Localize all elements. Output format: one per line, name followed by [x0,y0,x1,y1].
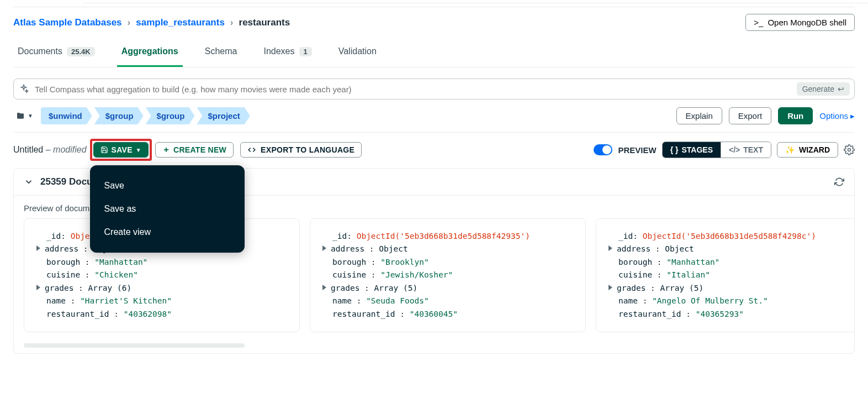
tab-validation[interactable]: Validation [334,39,381,67]
pipeline-title: Untitled – modified [13,145,87,155]
code-icon: </> [729,145,740,154]
expand-icon[interactable] [36,245,40,251]
seg-text[interactable]: </> TEXT [721,142,771,158]
saved-pipelines-dropdown[interactable]: ▼ [13,109,35,123]
menu-item-save[interactable]: Save [90,174,245,197]
gear-icon[interactable] [844,144,855,155]
document-card: _id: ObjectId('5eb3d668b31de5d588f42935'… [310,218,586,332]
tab-indexes[interactable]: Indexes 1 [259,39,316,67]
expand-icon[interactable] [322,285,326,290]
wizard-button[interactable]: ✨ WIZARD [777,142,838,158]
preview-toggle[interactable] [594,144,612,155]
tab-schema[interactable]: Schema [200,39,242,67]
options-link[interactable]: Options ▸ [819,111,855,121]
expand-icon[interactable] [36,285,40,290]
tab-documents[interactable]: Documents 25.4K [13,39,99,67]
menu-item-save-as[interactable]: Save as [90,197,245,221]
stage-unwind[interactable]: $unwind [41,107,92,124]
nl-query-input[interactable] [35,85,791,94]
chevron-right-icon: › [230,17,234,28]
export-button[interactable]: Export [729,107,771,124]
documents-count-badge: 25.4K [67,47,95,56]
run-button[interactable]: Run [778,107,813,124]
expand-icon[interactable] [608,245,612,251]
seg-stages[interactable]: { } STAGES [663,142,721,158]
save-icon [100,146,108,154]
chevron-right-icon: › [128,17,131,28]
document-card: _id: ObjectId('5eb3d668b31de5d588f4298c'… [596,218,854,332]
explain-button[interactable]: Explain [676,107,722,124]
sparkle-icon [18,83,29,95]
stage-group[interactable]: $group [94,107,144,124]
plus-icon [162,146,170,154]
breadcrumb: Atlas Sample Databases › sample_restaura… [13,17,290,28]
svg-point-2 [848,149,851,151]
tab-aggregations[interactable]: Aggregations [117,39,183,67]
braces-icon: { } [670,145,679,154]
code-icon [247,146,256,154]
horizontal-scrollbar[interactable] [24,343,245,348]
view-mode-segmented: { } STAGES </> TEXT [662,142,771,158]
stage-project[interactable]: $project [197,107,250,124]
enter-icon: ↩ [838,85,844,93]
terminal-icon: >_ [754,18,763,27]
open-shell-button[interactable]: >_ Open MongoDB shell [745,14,855,31]
breadcrumb-coll: restaurants [239,17,290,28]
caret-down-icon: ▼ [136,147,141,153]
breadcrumb-root[interactable]: Atlas Sample Databases [13,17,122,28]
indexes-count-badge: 1 [299,47,312,56]
breadcrumb-db[interactable]: sample_restaurants [136,17,225,28]
nl-query-row: Generate ↩ [13,78,855,100]
tabs: Documents 25.4K Aggregations Schema Inde… [13,39,855,67]
export-to-language-button[interactable]: EXPORT TO LANGUAGE [240,142,362,158]
create-new-button[interactable]: CREATE NEW [155,142,234,158]
expand-icon[interactable] [322,245,326,251]
pipeline-stages: $unwind $group $group $project [41,107,252,124]
refresh-icon[interactable] [834,177,844,187]
generate-button[interactable]: Generate ↩ [797,82,850,96]
caret-down-icon: ▼ [28,113,33,119]
wand-icon: ✨ [785,145,795,154]
preview-label: PREVIEW [618,145,656,155]
expand-icon[interactable] [608,285,612,290]
chevron-down-icon[interactable] [24,177,34,187]
stage-group[interactable]: $group [146,107,195,124]
menu-item-create-view[interactable]: Create view [90,221,245,244]
caret-right-icon: ▸ [850,111,855,121]
save-dropdown-menu: Save Save as Create view [90,165,245,253]
save-button[interactable]: SAVE ▼ [93,142,149,158]
